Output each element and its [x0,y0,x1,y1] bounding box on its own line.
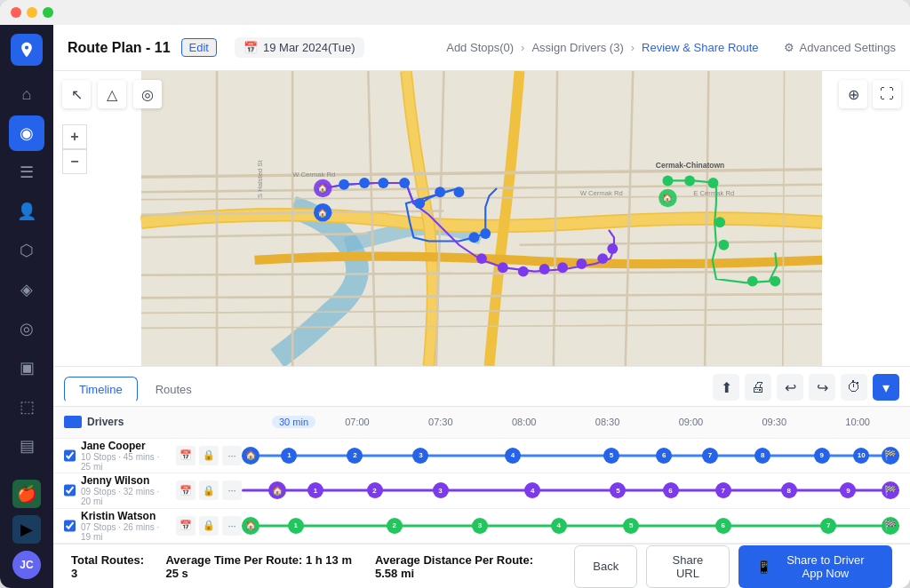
stop-7-kristin: 7 [820,518,836,534]
stop-home-jenny: 🏠 [268,481,286,499]
svg-point-40 [714,217,725,227]
map-area[interactable]: 🏠 🏠 🏠 S Halsted St W Cermak Rd W Cermak … [53,71,910,366]
breadcrumb-assign-drivers[interactable]: Assign Drivers (3) [531,41,623,54]
page-title: Route Plan - 11 [68,40,171,56]
breadcrumb-review-share[interactable]: Review & Share Route [642,41,759,54]
map-placeholder: 🏠 🏠 🏠 S Halsted St W Cermak Rd W Cermak … [53,71,910,366]
sidebar-item-home[interactable]: ⌂ [9,76,44,112]
stop-4-kristin: 4 [551,518,567,534]
svg-point-23 [399,178,410,188]
sidebar-item-message[interactable]: ⬚ [9,389,44,425]
svg-point-31 [518,266,529,277]
close-dot[interactable] [11,7,21,18]
more-icon-jenny[interactable]: ··· [222,481,242,500]
target-tool[interactable]: ◎ [133,80,162,108]
breadcrumb-add-stops[interactable]: Add Stops(0) [446,41,514,54]
panel-toolbar: ⬆ 🖨 ↩ ↪ ⏱ ▾ [713,374,899,406]
history-button[interactable]: ⏱ [841,374,867,401]
sidebar-item-list[interactable]: ☰ [9,155,44,190]
time-1000: 10:00 [816,417,899,427]
interval-selector[interactable]: 30 min [272,416,315,428]
time-0730: 07:30 [399,417,483,427]
export-button[interactable]: ⬆ [713,374,739,401]
stop-2-jane: 2 [347,448,363,464]
time-slots-header: 07:00 07:30 08:00 08:30 09:00 09:30 10:0… [315,417,899,427]
play-store-icon[interactable]: ▶ [12,515,41,544]
advanced-settings-button[interactable]: ⚙ Advanced Settings [784,41,896,54]
stop-8-jane: 8 [754,448,770,464]
svg-point-20 [339,179,349,190]
stop-2-kristin: 2 [387,518,403,534]
time-0900: 09:00 [649,417,732,427]
tab-routes[interactable]: Routes [141,377,206,403]
maximize-dot[interactable] [43,7,53,18]
driver-row-jane: Jane Cooper 10 Stops · 45 mins · 25 mi 📅… [53,439,910,473]
stop-6-jane: 6 [656,448,672,464]
sidebar-item-chat[interactable]: ▤ [9,428,44,464]
zoom-out-button[interactable]: − [62,149,87,174]
driver-meta-jane: 10 Stops · 45 mins · 25 mi [81,452,167,472]
zoom-in-button[interactable]: + [62,124,87,149]
driver-name-kristin: Kristin Watson [81,510,167,522]
redo-button[interactable]: ↪ [809,374,835,401]
sidebar-item-map[interactable]: ◉ [9,115,44,151]
stop-home-jane: 🏠 [242,447,259,465]
stop-9-jane: 9 [814,448,830,464]
share-driver-app-button[interactable]: 📱 Share to Driver App Now [738,545,892,588]
gear-icon: ⚙ [784,41,794,54]
sidebar-item-user[interactable]: 👤 [9,194,44,229]
lock-icon-jane[interactable]: 🔒 [199,446,219,465]
print-button[interactable]: 🖨 [745,374,771,401]
zoom-fit-button[interactable]: ⊕ [839,80,867,108]
sidebar-item-analytics[interactable]: ◈ [9,272,44,307]
cursor-tool[interactable]: ↖ [62,80,91,108]
interval-badge: 30 min [272,416,315,428]
stop-5-jenny: 5 [610,482,626,498]
drivers-checkbox-all[interactable] [64,416,82,428]
svg-point-26 [454,187,465,197]
driver-checkbox-jane[interactable] [64,449,76,462]
lock-icon-jenny[interactable]: 🔒 [199,481,219,500]
driver-actions-jane: 📅 🔒 ··· [176,446,242,465]
undo-button[interactable]: ↩ [777,374,803,401]
draw-tool[interactable]: △ [98,80,126,108]
more-icon-kristin[interactable]: ··· [222,516,242,536]
driver-actions-jenny: 📅 🔒 ··· [176,481,242,500]
sidebar-item-location[interactable]: ◎ [9,311,44,346]
svg-point-41 [718,240,729,250]
stop-5-kristin: 5 [623,518,639,534]
stop-7-jane: 7 [702,448,718,464]
driver-name-jane: Jane Cooper [81,440,167,452]
share-url-button[interactable]: Share URL [646,545,730,588]
edit-button[interactable]: Edit [181,38,217,57]
flag-jenny: 🏁 [882,481,899,499]
footer: Total Routes: 3 Average Time Per Route: … [53,544,910,588]
driver-checkbox-jenny[interactable] [64,484,76,497]
time-0930: 09:30 [732,417,816,427]
svg-point-25 [435,187,445,197]
calendar-icon-jane[interactable]: 📅 [176,446,196,465]
stop-3-jane: 3 [412,448,428,464]
svg-point-36 [607,243,618,254]
timeline-container: Drivers 30 min 07:00 07:30 08:00 08:30 0… [53,407,910,544]
minimize-dot[interactable] [27,7,37,18]
avatar[interactable]: JC [12,551,41,579]
calendar-icon-kristin[interactable]: 📅 [176,516,196,536]
svg-point-42 [747,276,758,287]
sidebar-item-route[interactable]: ⬡ [9,233,44,268]
svg-point-28 [480,228,491,239]
lock-icon-kristin[interactable]: 🔒 [199,516,219,536]
panel-dropdown-button[interactable]: ▾ [873,374,899,401]
sidebar-item-id[interactable]: ▣ [9,350,44,385]
fullscreen-button[interactable]: ⛶ [873,80,901,108]
stop-3-kristin: 3 [472,518,488,534]
more-icon-jane[interactable]: ··· [222,446,242,465]
stop-8-jenny: 8 [781,482,797,498]
back-button[interactable]: Back [574,545,637,588]
driver-checkbox-kristin[interactable] [64,520,76,532]
svg-text:🏠: 🏠 [317,183,328,194]
apple-store-icon[interactable]: 🍎 [12,480,41,508]
tab-timeline[interactable]: Timeline [64,377,138,403]
svg-text:W Cermak Rd: W Cermak Rd [580,189,623,197]
calendar-icon-jenny[interactable]: 📅 [176,481,196,500]
